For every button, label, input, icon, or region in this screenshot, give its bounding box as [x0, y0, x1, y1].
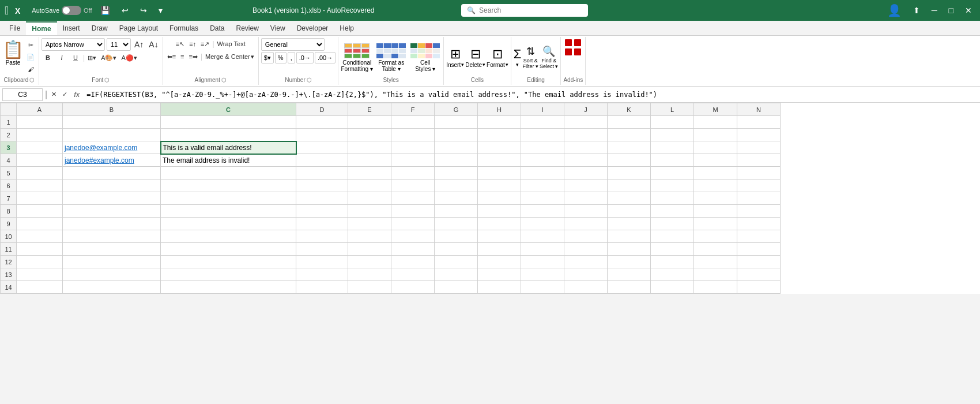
cell-k12[interactable]	[608, 256, 651, 268]
maximize-button[interactable]: □	[945, 5, 957, 16]
cell-n8[interactable]	[737, 205, 781, 218]
cell-n2[interactable]	[737, 129, 781, 141]
cell-a9[interactable]	[17, 218, 63, 230]
cell-m8[interactable]	[694, 205, 737, 218]
col-header-H[interactable]: H	[478, 103, 521, 116]
cell-d3[interactable]	[296, 141, 348, 154]
cell-n13[interactable]	[737, 268, 781, 281]
tab-data[interactable]: Data	[204, 22, 230, 35]
number-expand-icon[interactable]: ⬡	[307, 77, 312, 83]
cell-n7[interactable]	[737, 192, 781, 205]
font-family-select[interactable]: Aptos Narrow	[42, 38, 105, 51]
cell-c1[interactable]	[161, 116, 296, 129]
cell-m13[interactable]	[694, 268, 737, 281]
cell-a12[interactable]	[17, 256, 63, 268]
cell-k9[interactable]	[608, 218, 651, 230]
cell-h5[interactable]	[478, 167, 521, 179]
cell-m2[interactable]	[694, 129, 737, 141]
cell-styles-button[interactable]: CellStyles ▾	[409, 42, 441, 72]
cell-k11[interactable]	[608, 243, 651, 256]
cell-j14[interactable]	[564, 281, 608, 294]
cell-d13[interactable]	[296, 268, 348, 281]
currency-btn[interactable]: $▾	[261, 52, 274, 63]
row-header-5[interactable]: 5	[1, 167, 17, 179]
cell-g2[interactable]	[435, 129, 478, 141]
cell-m12[interactable]	[694, 256, 737, 268]
cell-j5[interactable]	[564, 167, 608, 179]
cell-e2[interactable]	[348, 129, 391, 141]
col-header-D[interactable]: D	[296, 103, 348, 116]
cell-g12[interactable]	[435, 256, 478, 268]
row-header-2[interactable]: 2	[1, 129, 17, 141]
cell-i10[interactable]	[521, 230, 564, 243]
cell-g6[interactable]	[435, 179, 478, 192]
cell-j2[interactable]	[564, 129, 608, 141]
cell-e13[interactable]	[348, 268, 391, 281]
tab-developer[interactable]: Developer	[291, 22, 334, 35]
cell-e4[interactable]	[348, 154, 391, 167]
cell-b13[interactable]	[63, 268, 161, 281]
cell-k2[interactable]	[608, 129, 651, 141]
cell-a8[interactable]	[17, 205, 63, 218]
cell-i7[interactable]	[521, 192, 564, 205]
cell-l6[interactable]	[651, 179, 694, 192]
cell-f13[interactable]	[391, 268, 435, 281]
row-header-4[interactable]: 4	[1, 154, 17, 167]
cell-d14[interactable]	[296, 281, 348, 294]
cell-k8[interactable]	[608, 205, 651, 218]
cell-n11[interactable]	[737, 243, 781, 256]
cell-c14[interactable]	[161, 281, 296, 294]
cell-n9[interactable]	[737, 218, 781, 230]
cell-j12[interactable]	[564, 256, 608, 268]
cell-a13[interactable]	[17, 268, 63, 281]
cell-f8[interactable]	[391, 205, 435, 218]
cell-c11[interactable]	[161, 243, 296, 256]
cell-j6[interactable]	[564, 179, 608, 192]
number-format-select[interactable]: General	[261, 38, 325, 51]
minimize-button[interactable]: ─	[928, 5, 941, 16]
cell-a5[interactable]	[17, 167, 63, 179]
sort-filter-button[interactable]: ⇅ Sort &Filter ▾	[522, 45, 538, 69]
cell-i8[interactable]	[521, 205, 564, 218]
cell-l11[interactable]	[651, 243, 694, 256]
hyperlink-b4[interactable]: janedoe#example.com	[65, 156, 134, 164]
cell-g7[interactable]	[435, 192, 478, 205]
cell-n4[interactable]	[737, 154, 781, 167]
cell-e12[interactable]	[348, 256, 391, 268]
cell-h6[interactable]	[478, 179, 521, 192]
autosum-button[interactable]: Σ ▾	[514, 47, 522, 68]
font-expand-icon[interactable]: ⬡	[104, 77, 110, 83]
search-input[interactable]	[479, 6, 571, 14]
cell-h7[interactable]	[478, 192, 521, 205]
cell-n1[interactable]	[737, 116, 781, 129]
cell-j10[interactable]	[564, 230, 608, 243]
align-right-btn[interactable]: ≡➡	[187, 51, 199, 62]
cell-f12[interactable]	[391, 256, 435, 268]
cell-b3[interactable]: janedoe@example.com	[63, 141, 161, 154]
cell-i6[interactable]	[521, 179, 564, 192]
hyperlink-b3[interactable]: janedoe@example.com	[65, 144, 137, 152]
autosave-toggle[interactable]	[62, 6, 81, 15]
cell-reference-input[interactable]	[2, 88, 43, 101]
cell-m4[interactable]	[694, 154, 737, 167]
cell-j4[interactable]	[564, 154, 608, 167]
col-header-K[interactable]: K	[608, 103, 651, 116]
cell-d5[interactable]	[296, 167, 348, 179]
cell-l3[interactable]	[651, 141, 694, 154]
tab-page-layout[interactable]: Page Layout	[114, 22, 164, 35]
font-size-select[interactable]: 11	[107, 38, 131, 51]
search-box[interactable]: 🔍	[461, 4, 588, 17]
format-as-table-button[interactable]: Format asTable ▾	[375, 42, 407, 72]
cell-m1[interactable]	[694, 116, 737, 129]
copy-button[interactable]: 📄	[25, 51, 36, 63]
row-header-9[interactable]: 9	[1, 218, 17, 230]
cell-a4[interactable]	[17, 154, 63, 167]
fill-color-button[interactable]: A🎨▾	[99, 52, 118, 63]
row-header-8[interactable]: 8	[1, 205, 17, 218]
align-top-center-btn[interactable]: ≡↑	[187, 38, 198, 50]
col-header-B[interactable]: B	[63, 103, 161, 116]
close-button[interactable]: ✕	[962, 5, 975, 16]
cell-k4[interactable]	[608, 154, 651, 167]
percent-btn[interactable]: %	[275, 52, 287, 63]
cell-l1[interactable]	[651, 116, 694, 129]
